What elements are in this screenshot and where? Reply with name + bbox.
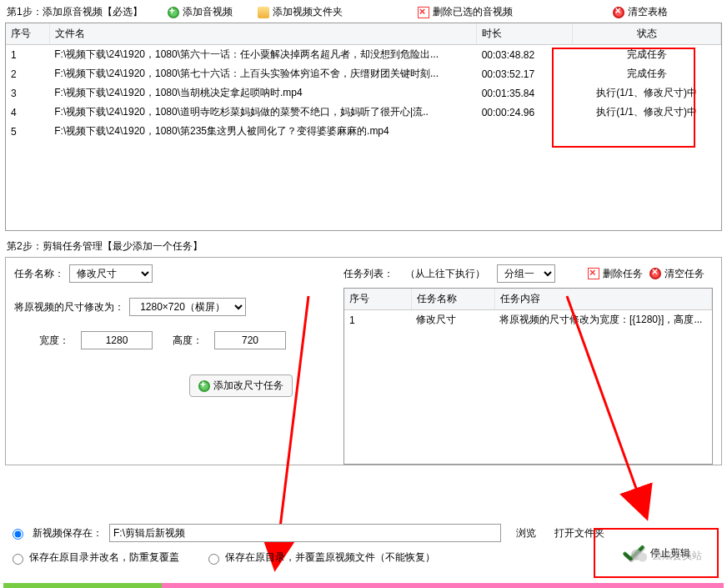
delete-icon [418, 7, 429, 18]
width-label: 宽度： [39, 334, 69, 348]
add-av-button[interactable]: 添加音视频 [168, 5, 233, 19]
task-col-content[interactable]: 任务内容 [494, 289, 712, 310]
plus-icon [198, 380, 210, 392]
table-row[interactable]: 1修改尺寸将原视频的尺寸修改为宽度：[{1280}]，高度... [344, 310, 712, 330]
save-new-label: 新视频保存在： [33, 526, 103, 540]
task-list-label: 任务列表： [343, 267, 394, 281]
height-input[interactable] [214, 331, 286, 349]
clear-icon [613, 7, 624, 18]
resize-label: 将原视频的尺寸修改为： [14, 300, 124, 314]
watermark-text: 云炫会员站 [652, 549, 702, 563]
add-folder-button[interactable]: 添加视频文件夹 [258, 5, 343, 19]
save-overwrite-label: 保存在原目录，并覆盖原视频文件（不能恢复） [225, 550, 435, 565]
delete-selected-label: 删除已选的音视频 [433, 5, 513, 19]
save-overwrite-radio[interactable] [208, 554, 219, 565]
watermark: 云炫会员站 [630, 548, 702, 563]
col-name-header[interactable]: 文件名 [49, 23, 476, 45]
add-av-label: 添加音视频 [183, 5, 233, 19]
save-path-input[interactable] [109, 524, 501, 542]
table-row[interactable]: 5F:\视频下载\24\1920，1080\第235集这男人被同化了？变得婆婆麻… [6, 122, 721, 141]
task-name-label: 任务名称： [14, 267, 64, 281]
folder-icon [258, 7, 269, 18]
height-label: 高度： [173, 334, 203, 348]
col-dur-header[interactable]: 时长 [477, 23, 573, 45]
delete-icon [588, 268, 599, 279]
clear-tasks-label: 清空任务 [664, 267, 704, 281]
table-row[interactable]: 2F:\视频下载\24\1920，1080\第七十六话：上百头实验体穷追不舍，庆… [6, 64, 721, 83]
clear-icon [649, 268, 661, 279]
step2-label: 第2步：剪辑任务管理【最少添加一个任务】 [0, 231, 727, 257]
plus-icon [168, 7, 179, 18]
resize-preset-select[interactable]: 1280×720（横屏） [129, 298, 246, 316]
table-row[interactable]: 1F:\视频下载\24\1920，1080\第六十一话：任小粟解决掉两名超凡者，… [6, 45, 721, 65]
clear-table-label: 清空表格 [628, 5, 668, 19]
task-list-hint: （从上往下执行） [405, 267, 485, 281]
task-col-name[interactable]: 任务名称 [411, 289, 494, 310]
progress-bar [3, 583, 724, 588]
save-rename-radio[interactable] [13, 554, 23, 565]
table-row[interactable]: 4F:\视频下载\24\1920，1080\道明寺吃杉菜妈妈做的菜赞不绝口，妈妈… [6, 103, 721, 122]
width-input[interactable] [81, 331, 153, 349]
delete-selected-button[interactable]: 删除已选的音视频 [418, 5, 513, 19]
add-folder-label: 添加视频文件夹 [273, 5, 343, 19]
wechat-icon [630, 548, 649, 563]
task-table[interactable]: 序号 任务名称 任务内容 1修改尺寸将原视频的尺寸修改为宽度：[{1280}]，… [343, 288, 713, 465]
task-name-select[interactable]: 修改尺寸 [69, 264, 153, 283]
add-task-label: 添加改尺寸任务 [213, 379, 283, 393]
save-new-radio[interactable] [13, 529, 23, 540]
add-resize-task-button[interactable]: 添加改尺寸任务 [189, 374, 293, 397]
delete-task-label: 删除任务 [603, 267, 643, 281]
col-seq-header[interactable]: 序号 [6, 23, 49, 45]
browse-button[interactable]: 浏览 [508, 525, 544, 542]
col-status-header[interactable]: 状态 [573, 23, 721, 45]
svg-point-3 [638, 553, 647, 562]
file-table[interactable]: 序号 文件名 时长 状态 1F:\视频下载\24\1920，1080\第六十一话… [5, 23, 722, 231]
delete-task-button[interactable]: 删除任务 [588, 267, 643, 281]
task-col-seq[interactable]: 序号 [344, 289, 411, 310]
clear-table-button[interactable]: 清空表格 [613, 5, 668, 19]
table-row[interactable]: 3F:\视频下载\24\1920，1080\当胡桃决定拿起唢呐时.mp400:0… [6, 83, 721, 103]
step1-label: 第1步：添加原音视频【必选】 [7, 5, 143, 19]
clear-tasks-button[interactable]: 清空任务 [649, 267, 704, 281]
save-rename-label: 保存在原目录并改名，防重复覆盖 [29, 550, 179, 565]
group-select[interactable]: 分组一 [497, 264, 555, 283]
